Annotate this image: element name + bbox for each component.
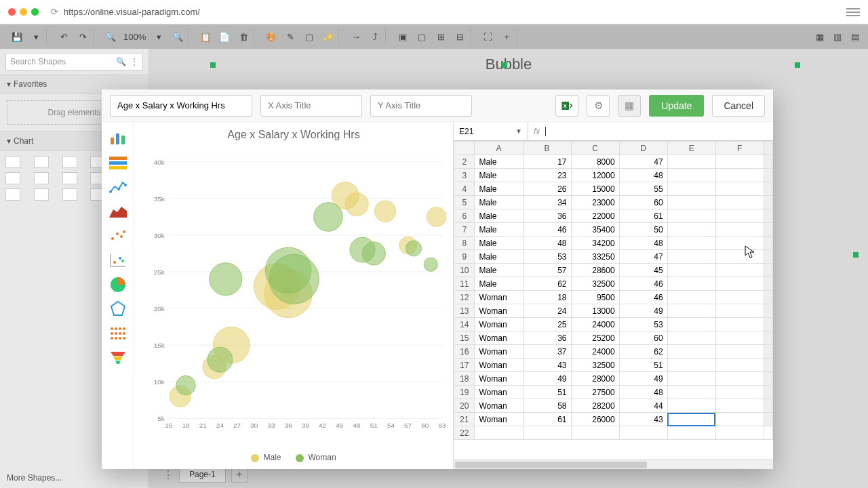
hamburger-menu-icon[interactable] bbox=[846, 8, 860, 16]
bar-chart-icon[interactable] bbox=[5, 156, 20, 168]
svg-point-31 bbox=[111, 337, 113, 340]
area-chart-type-icon[interactable] bbox=[108, 203, 127, 220]
to-front-icon[interactable]: ▣ bbox=[397, 30, 409, 43]
waypoint-icon[interactable]: ⤴ bbox=[369, 30, 381, 43]
svg-point-20 bbox=[121, 260, 124, 262]
dialog-header: X ⚙ ▦ Update Cancel bbox=[102, 89, 773, 122]
bubble-chart-svg: 5k10k15k20k25k30k35k40k15182124273033363… bbox=[138, 144, 449, 450]
fill-color-icon[interactable]: 🎨 bbox=[265, 30, 277, 43]
heatmap-type-icon[interactable] bbox=[108, 325, 127, 342]
rose-chart-icon[interactable] bbox=[62, 188, 77, 201]
paste-icon[interactable]: 📄 bbox=[218, 30, 231, 43]
svg-text:60: 60 bbox=[421, 422, 429, 429]
search-icon[interactable]: 🔍 bbox=[116, 57, 126, 66]
zoom-level[interactable]: 100% bbox=[123, 32, 146, 42]
line-chart-icon[interactable] bbox=[62, 156, 77, 168]
excel-import-icon[interactable]: X bbox=[555, 95, 578, 117]
chart-preview: Age x Salary x Working Hrs 5k10k15k20k25… bbox=[134, 122, 453, 469]
search-placeholder: Search Shapes bbox=[10, 57, 116, 66]
line-color-icon[interactable]: ✎ bbox=[284, 30, 296, 43]
address-bar[interactable]: ⟳ https://online.visual-paradigm.com/ bbox=[45, 7, 840, 17]
update-button[interactable]: Update bbox=[649, 95, 704, 117]
svg-point-90 bbox=[424, 258, 437, 271]
redo-icon[interactable]: ↷ bbox=[77, 30, 89, 43]
style-icon[interactable]: ✨ bbox=[322, 30, 334, 43]
bubble-type-icon[interactable] bbox=[108, 252, 127, 268]
svg-point-34 bbox=[123, 337, 125, 340]
svg-point-82 bbox=[208, 347, 233, 372]
radar-chart-icon[interactable] bbox=[34, 172, 49, 184]
donut-chart-icon[interactable] bbox=[5, 188, 20, 201]
chevron-down-icon[interactable]: ▾ bbox=[153, 30, 165, 43]
svg-point-89 bbox=[406, 241, 421, 256]
add-icon[interactable]: + bbox=[500, 30, 513, 43]
zoom-in-icon[interactable]: 🔍 bbox=[172, 30, 184, 43]
fx-icon: fx bbox=[534, 127, 540, 136]
svg-text:48: 48 bbox=[353, 422, 361, 429]
svg-text:5k: 5k bbox=[157, 415, 165, 422]
minimize-window-icon[interactable] bbox=[20, 8, 27, 16]
pie-chart-type-icon[interactable] bbox=[108, 277, 127, 293]
data-grid[interactable]: ABCDEF2Male178000473Male2312000484Male26… bbox=[454, 141, 773, 460]
pie-chart-icon[interactable] bbox=[5, 172, 20, 184]
selection-handle-icon[interactable] bbox=[502, 62, 507, 68]
group-icon[interactable]: ⊞ bbox=[435, 30, 447, 43]
stacked-bar-type-icon[interactable] bbox=[108, 155, 127, 171]
svg-marker-35 bbox=[111, 352, 125, 356]
search-shapes-input[interactable]: Search Shapes 🔍 ⋮ bbox=[5, 53, 143, 70]
funnel-type-icon[interactable] bbox=[108, 350, 127, 366]
page-menu-icon[interactable]: ⋮ bbox=[163, 468, 174, 481]
scatter-type-icon[interactable] bbox=[108, 228, 127, 244]
layout-icon[interactable]: ▤ bbox=[849, 30, 861, 43]
zoom-out-icon[interactable]: 🔍 bbox=[104, 30, 117, 43]
url-text: https://online.visual-paradigm.com/ bbox=[64, 7, 200, 17]
selection-handle-icon[interactable] bbox=[210, 62, 216, 68]
gear-icon[interactable]: ⚙ bbox=[587, 95, 610, 117]
more-shapes-link[interactable]: More Shapes... bbox=[7, 473, 62, 483]
svg-text:X: X bbox=[564, 103, 567, 109]
heatmap-icon[interactable] bbox=[62, 172, 77, 184]
ungroup-icon[interactable]: ⊟ bbox=[454, 30, 466, 43]
stacked-bar-icon[interactable] bbox=[34, 156, 49, 168]
svg-marker-22 bbox=[111, 302, 125, 315]
svg-text:42: 42 bbox=[319, 422, 327, 429]
format-panel-icon[interactable]: ▥ bbox=[831, 30, 844, 43]
undo-icon[interactable]: ↶ bbox=[58, 30, 70, 43]
radar-chart-type-icon[interactable] bbox=[108, 301, 127, 317]
selection-handle-icon[interactable] bbox=[853, 252, 859, 258]
to-back-icon[interactable]: ▢ bbox=[416, 30, 428, 43]
svg-text:35k: 35k bbox=[154, 195, 165, 203]
formula-bar[interactable]: fx bbox=[528, 122, 773, 140]
svg-text:45: 45 bbox=[336, 422, 344, 429]
svg-text:57: 57 bbox=[404, 422, 412, 429]
gauge-chart-icon[interactable] bbox=[34, 188, 49, 201]
reload-icon[interactable]: ⟳ bbox=[51, 7, 58, 17]
window-controls bbox=[8, 8, 39, 16]
horizontal-scrollbar[interactable] bbox=[454, 460, 773, 469]
svg-text:51: 51 bbox=[370, 422, 378, 429]
copy-icon[interactable]: 📋 bbox=[199, 30, 212, 43]
delete-icon[interactable]: 🗑 bbox=[237, 30, 250, 43]
cancel-button[interactable]: Cancel bbox=[712, 95, 765, 117]
maximize-window-icon[interactable] bbox=[31, 8, 39, 16]
chevron-down-icon[interactable]: ▾ bbox=[30, 30, 42, 43]
svg-rect-7 bbox=[109, 166, 127, 169]
svg-text:63: 63 bbox=[439, 422, 447, 429]
chart-title-input[interactable] bbox=[110, 95, 252, 117]
save-icon[interactable]: 💾 bbox=[11, 30, 23, 43]
data-grid-icon[interactable]: ▦ bbox=[618, 95, 641, 117]
y-axis-title-input[interactable] bbox=[370, 95, 472, 117]
chevron-down-icon[interactable]: ▼ bbox=[515, 127, 522, 135]
more-icon[interactable]: ⋮ bbox=[130, 57, 138, 66]
x-axis-title-input[interactable] bbox=[260, 95, 362, 117]
line-chart-type-icon[interactable] bbox=[108, 179, 127, 195]
shadow-icon[interactable]: ▢ bbox=[303, 30, 315, 43]
selection-handle-icon[interactable] bbox=[795, 62, 800, 68]
fit-icon[interactable]: ⛶ bbox=[481, 30, 494, 43]
close-window-icon[interactable] bbox=[8, 8, 16, 16]
cell-reference-input[interactable]: E21 ▼ bbox=[454, 122, 528, 140]
svg-text:33: 33 bbox=[267, 422, 275, 429]
connector-icon[interactable]: → bbox=[350, 30, 362, 43]
column-chart-type-icon[interactable] bbox=[108, 130, 127, 146]
outline-icon[interactable]: ▦ bbox=[814, 30, 826, 43]
